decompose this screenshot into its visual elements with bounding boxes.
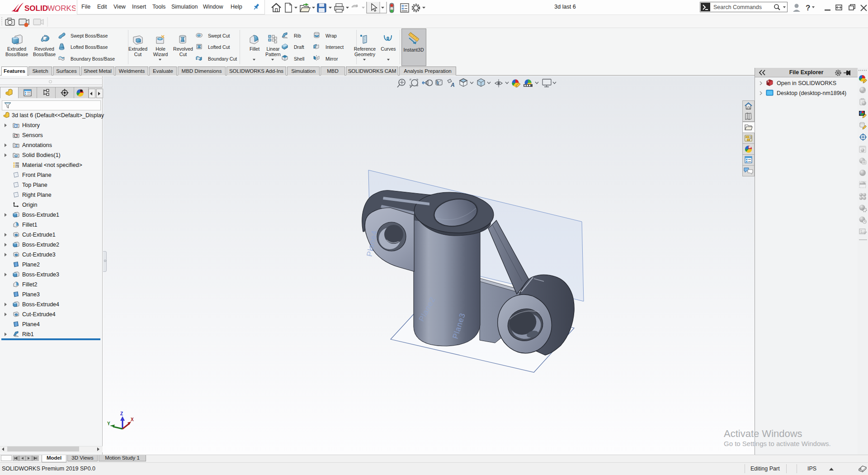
svg-text:A: A	[450, 82, 455, 88]
svg-text:A: A	[15, 144, 17, 147]
svg-text:SOLID: SOLID	[24, 4, 48, 13]
svg-text:?: ?	[806, 4, 810, 12]
svg-text:WORKS: WORKS	[47, 4, 75, 13]
svg-text:X: X	[131, 417, 134, 422]
svg-text:Z: Z	[120, 411, 123, 416]
svg-text:Y: Y	[107, 421, 110, 426]
